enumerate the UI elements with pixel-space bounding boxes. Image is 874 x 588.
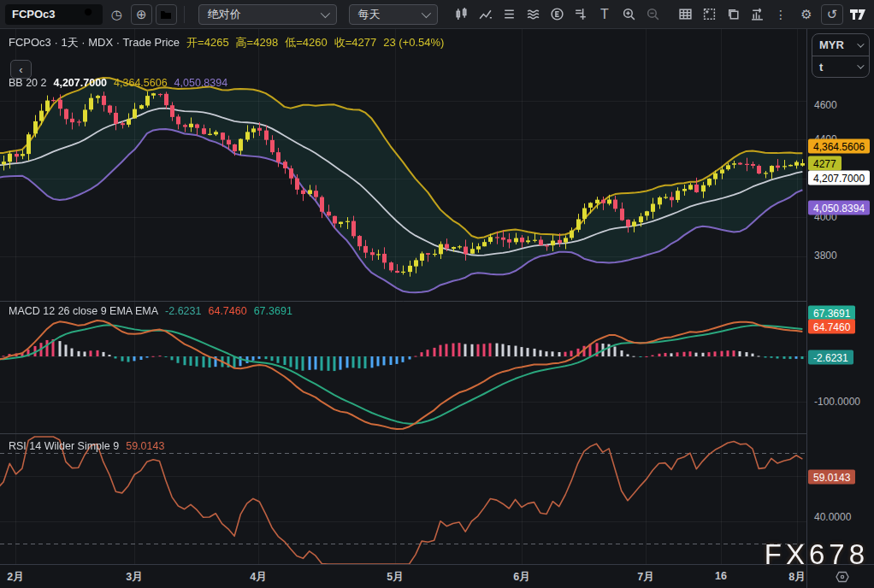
plus-circle-icon[interactable]: ⊕ [131,4,152,25]
change-value: 23 (+0.54%) [383,36,444,49]
interval-dropdown[interactable]: 每天 [349,4,438,25]
unit-selector[interactable]: t [812,56,869,77]
chevron-down-icon [857,62,864,68]
symbol-name: FCPOc3 [12,8,56,21]
time-tick-label: 8月 [788,570,805,585]
time-tick-label: 5月 [387,570,403,585]
text-tool-icon[interactable]: T [593,4,616,25]
toolbar-separator [184,6,185,23]
bb-indicator-legend[interactable]: BB 20 24,207.70004,364.56064,050.8394 [9,77,227,89]
indicator-value: -2.6231 [165,305,201,317]
chart-legend-header[interactable]: FCPOc3 · 1天 · MDX · Trade Price 开=4265高=… [9,35,451,50]
undo-icon[interactable]: ↺ [821,4,843,25]
axis-tick-label: 4600 [814,99,837,111]
settings-gear-icon[interactable]: ⚙ [795,4,818,25]
more-options-kebab[interactable]: ⋮ [770,4,792,25]
time-tick-label: 7月 [637,570,653,585]
folder-icon[interactable] [156,4,177,25]
indicator-value: 67.3691 [254,305,292,317]
trading-terminal: FCPOc3 ◷ ⊕ 绝对价 每天 [0,0,874,588]
time-tick-label: 3月 [126,570,142,585]
symbol-search-box[interactable]: FCPOc3 [5,4,103,25]
zoom-in-icon[interactable] [617,4,640,25]
ohlc-value: 开=4265 [186,36,229,49]
price-badge: 4,050.8394 [808,201,870,215]
ohlc-value: 低=4260 [285,36,328,49]
zoom-out-icon[interactable] [641,4,664,25]
time-tick-label: 4月 [250,570,266,585]
back-button[interactable]: ‹ [10,60,32,79]
candles-icon[interactable] [450,4,472,25]
axis-tick-label: 3800 [814,250,837,262]
price-scale-axis[interactable]: MYR t 4600440040003800-100.000040.00004,… [806,29,874,564]
time-tick-label: 6月 [513,570,529,585]
waves-icon[interactable] [522,4,544,25]
price-badge: 4,364.5606 [808,139,870,154]
indicators-icon[interactable] [474,4,496,25]
rsi-indicator-legend[interactable]: RSI 14 Wilder Simple 959.0143 [9,440,164,452]
time-tick-label: 16 [715,570,727,582]
axis-tick-label: 40.0000 [814,511,851,523]
fx678-watermark: FX678 [765,538,869,571]
search-icon [83,7,96,22]
chevron-down-icon [422,8,431,17]
indicator-value: 64.7460 [208,305,246,317]
currency-label: MYR [819,38,844,51]
currency-selector[interactable]: MYR [812,34,869,56]
macd-indicator-legend[interactable]: MACD 12 26 close 9 EMA EMA-2.623164.7460… [9,305,292,317]
ohlc-value: 收=4277 [334,36,377,49]
time-tick-label: 2月 [7,570,23,585]
price-badge: -2.6231 [808,350,853,365]
time-axis[interactable]: 2月3月4月5月6月7月168月 [0,564,874,588]
chevron-down-icon [857,40,864,47]
price-chart-canvas[interactable] [0,29,806,564]
indicator-value: 59.0143 [126,440,164,452]
price-badge: 59.0143 [808,470,855,485]
top-toolbar: FCPOc3 ◷ ⊕ 绝对价 每天 [0,0,874,29]
circle-e-icon[interactable] [546,4,568,25]
layers-icon[interactable] [498,4,520,25]
price-scale-mode-label: 绝对价 [208,7,241,22]
indicator-name: BB 20 2 [9,77,46,89]
bar-report-icon[interactable] [746,4,768,25]
price-badge: 4,207.7000 [808,171,870,185]
chevron-down-icon [320,8,329,17]
price-badge: 64.7460 [808,320,855,334]
indicator-value: 4,207.7000 [53,77,107,89]
indicator-name: MACD 12 26 close 9 EMA EMA [9,305,158,317]
ohlc-value: 高=4298 [236,36,279,49]
currency-unit-box: MYR t [812,33,870,78]
price-badge: 67.3691 [808,306,855,320]
indicator-value: 4,364.5606 [114,77,168,89]
clock-icon[interactable]: ◷ [106,4,127,25]
interval-label: 每天 [358,7,381,22]
toolbar-icons: T ⋮ [450,4,792,25]
grid-view-icon[interactable] [674,4,696,25]
axis-tick-label: -100.0000 [814,396,860,408]
symbol-description: FCPOc3 · 1天 · MDX · Trade Price [9,35,180,50]
measure-icon[interactable] [570,4,592,25]
toolbar-right: ⚙ ↺ [795,4,869,25]
copy-icon[interactable] [722,4,744,25]
price-scale-mode-dropdown[interactable]: 绝对价 [198,4,337,25]
last-price-badge: 4277 [808,156,842,171]
tradingview-logo[interactable] [847,4,869,25]
indicator-value: 4,050.8394 [174,77,228,89]
unit-label: t [819,61,823,74]
screenshot-icon[interactable] [698,4,720,25]
ohlc-values: 开=4265高=4298低=4260收=427723 (+0.54%) [186,35,451,50]
indicator-name: RSI 14 Wilder Simple 9 [9,440,119,452]
chart-area: FCPOc3 · 1天 · MDX · Trade Price 开=4265高=… [0,29,806,564]
